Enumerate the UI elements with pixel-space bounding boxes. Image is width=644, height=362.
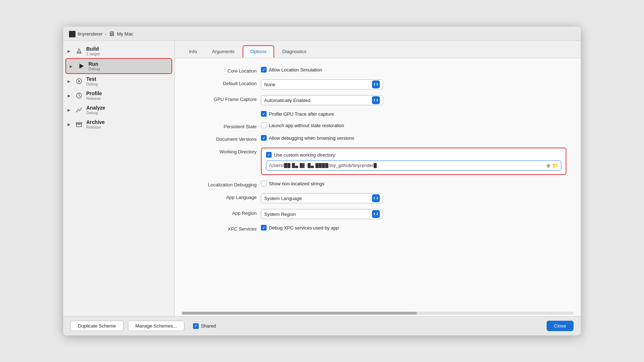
localization-debugging-checkbox[interactable] — [261, 181, 267, 186]
working-dir-checkbox-label: Use custom working directory: — [274, 152, 336, 158]
default-location-dropdown[interactable]: None ⬆⬇ — [261, 79, 383, 89]
working-dir-checkbox-wrap[interactable]: Use custom working directory: — [266, 152, 336, 158]
path-browse-icon[interactable]: ⊕ — [546, 163, 551, 168]
core-location-checkbox-wrap[interactable]: Allow Location Simulation — [261, 67, 322, 73]
profile-label: Profile — [86, 90, 102, 96]
profile-gpu-checkbox-wrap[interactable]: Profile GPU Trace after capture — [261, 111, 334, 117]
duplicate-scheme-button[interactable]: Duplicate Scheme — [70, 321, 124, 331]
app-language-label: App Language — [189, 193, 261, 200]
main-window: tinyrenderer › 🖥 My Mac ▶ Build 1 targ — [63, 27, 581, 335]
svg-marker-3 — [78, 80, 80, 82]
build-sublabel: 1 target — [86, 52, 100, 56]
analyze-text: Analyze Debug — [86, 105, 105, 115]
profile-gpu-empty-label — [189, 111, 261, 112]
localization-debugging-control: Show non-localized strings — [261, 181, 566, 186]
sidebar-item-test[interactable]: ▶ Test Debug — [63, 74, 174, 88]
sidebar: ▶ Build 1 target ▶ — [63, 41, 175, 316]
working-dir-path-input[interactable]: /Users/██ █▄ █▌ █▄ ████/my_github/tinyre… — [266, 161, 561, 171]
tab-info[interactable]: Info — [182, 46, 204, 57]
gpu-frame-capture-value: Automatically Enabled — [264, 98, 310, 103]
breadcrumb-mac-icon: 🖥 — [108, 30, 115, 38]
profile-icon — [75, 91, 83, 100]
build-text: Build 1 target — [86, 46, 100, 56]
working-dir-checkbox[interactable] — [266, 152, 272, 158]
expand-arrow-analyze: ▶ — [68, 108, 72, 112]
persistent-state-checkbox[interactable] — [261, 122, 267, 128]
breadcrumb: tinyrenderer › 🖥 My Mac — [69, 30, 133, 38]
path-folder-icon[interactable]: 📁 — [552, 163, 558, 168]
default-location-row: Default Location None ⬆⬇ — [189, 79, 566, 89]
test-label: Test — [86, 76, 98, 82]
profile-gpu-checkbox[interactable] — [261, 111, 267, 117]
working-directory-box: Use custom working directory: /Users/██ … — [261, 148, 566, 175]
sidebar-item-run[interactable]: ▶ Run Debug — [65, 58, 172, 74]
run-icon — [77, 62, 86, 70]
gpu-frame-capture-label: GPU Frame Capture — [189, 95, 261, 102]
working-directory-label: Working Directory — [189, 148, 261, 154]
working-dir-inner: Use custom working directory: — [266, 152, 561, 158]
svg-rect-6 — [76, 122, 82, 124]
horizontal-scrollbar[interactable] — [182, 312, 574, 315]
persistent-state-checkbox-wrap[interactable]: Launch app without state restoration — [261, 122, 344, 128]
run-sublabel: Debug — [88, 67, 100, 71]
sidebar-item-build[interactable]: ▶ Build 1 target — [63, 44, 174, 58]
gpu-frame-capture-dropdown[interactable]: Automatically Enabled ⬆⬇ — [261, 95, 383, 105]
app-region-label: App Region — [189, 209, 261, 216]
settings-area: Core Location Allow Location Simulation … — [175, 58, 581, 310]
xpc-services-checkbox[interactable] — [261, 225, 267, 231]
shared-checkbox[interactable] — [193, 323, 199, 329]
tab-diagnostics[interactable]: Diagnostics — [275, 46, 313, 57]
working-dir-path-text: /Users/██ █▄ █▌ █▄ ████/my_github/tinyre… — [269, 163, 377, 168]
default-location-value: None — [264, 82, 275, 87]
sidebar-item-analyze[interactable]: ▶ Analyze Debug — [63, 103, 174, 117]
document-versions-checkbox-wrap[interactable]: Allow debugging when browsing versions — [261, 135, 354, 141]
localization-debugging-checkbox-wrap[interactable]: Show non-localized strings — [261, 181, 325, 186]
expand-arrow-test: ▶ — [68, 79, 72, 83]
archive-text: Archive Release — [86, 119, 105, 129]
app-language-row: App Language System Language ⬆⬇ — [189, 193, 566, 203]
tab-arguments[interactable]: Arguments — [205, 46, 242, 57]
shared-checkbox-wrap[interactable]: Shared — [193, 323, 216, 329]
shared-label: Shared — [201, 323, 216, 329]
core-location-row: Core Location Allow Location Simulation — [189, 67, 566, 74]
xpc-services-checkbox-wrap[interactable]: Debug XPC services used by app — [261, 225, 339, 231]
archive-icon — [75, 120, 83, 129]
localization-debugging-row: Localization Debugging Show non-localize… — [189, 181, 566, 187]
archive-label: Archive — [86, 119, 105, 125]
document-versions-checkbox[interactable] — [261, 135, 267, 141]
app-region-arrow-icon: ⬆⬇ — [372, 210, 380, 218]
gpu-frame-capture-row: GPU Frame Capture Automatically Enabled … — [189, 95, 566, 105]
close-button[interactable]: Close — [547, 321, 574, 331]
sidebar-item-profile[interactable]: ▶ Profile Release — [63, 88, 174, 103]
analyze-icon — [75, 106, 83, 114]
document-versions-checkbox-label: Allow debugging when browsing versions — [269, 135, 354, 141]
title-bar: tinyrenderer › 🖥 My Mac — [63, 27, 581, 41]
run-text: Run Debug — [88, 61, 100, 71]
app-language-dropdown[interactable]: System Language ⬆⬇ — [261, 193, 383, 203]
horizontal-scroll-thumb[interactable] — [182, 312, 417, 315]
document-versions-row: Document Versions Allow debugging when b… — [189, 135, 566, 142]
app-region-dropdown[interactable]: System Region ⬆⬇ — [261, 209, 383, 219]
xpc-services-row: XPC Services Debug XPC services used by … — [189, 225, 566, 232]
app-region-control: System Region ⬆⬇ — [261, 209, 566, 219]
document-versions-control: Allow debugging when browsing versions — [261, 135, 566, 141]
core-location-checkbox-label: Allow Location Simulation — [269, 67, 322, 73]
build-label: Build — [86, 46, 100, 52]
analyze-label: Analyze — [86, 105, 105, 111]
profile-gpu-checkbox-label: Profile GPU Trace after capture — [269, 111, 334, 117]
core-location-label: Core Location — [189, 67, 261, 74]
breadcrumb-project: tinyrenderer — [78, 31, 102, 37]
document-versions-label: Document Versions — [189, 135, 261, 142]
profile-sublabel: Release — [86, 96, 102, 101]
test-icon — [75, 77, 83, 85]
tab-options[interactable]: Options — [243, 45, 275, 58]
build-icon — [75, 47, 83, 55]
sidebar-item-archive[interactable]: ▶ Archive Release — [63, 117, 174, 131]
manage-schemes-button[interactable]: Manage Schemes... — [128, 321, 185, 331]
expand-arrow-build: ▶ — [68, 49, 72, 53]
xpc-services-checkbox-label: Debug XPC services used by app — [269, 225, 339, 231]
working-directory-row: Working Directory Use custom working dir… — [189, 148, 566, 175]
core-location-checkbox[interactable] — [261, 67, 267, 73]
default-location-label: Default Location — [189, 79, 261, 86]
gpu-frame-capture-arrow-icon: ⬆⬇ — [372, 96, 380, 104]
